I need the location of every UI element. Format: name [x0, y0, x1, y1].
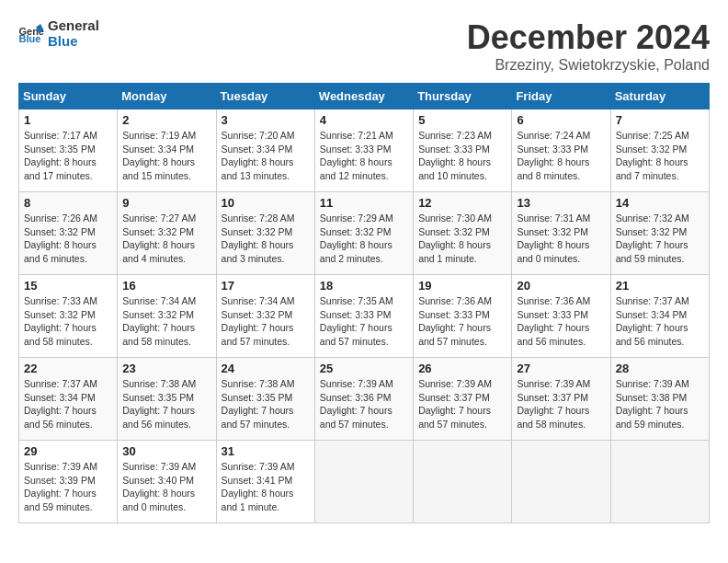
table-row: 21 Sunrise: 7:37 AM Sunset: 3:34 PM Dayl… [610, 275, 709, 358]
col-wednesday: Wednesday [314, 84, 413, 109]
day-number: 8 [24, 196, 112, 210]
sunset-label: Sunset: 3:40 PM [122, 475, 194, 486]
day-number: 22 [24, 362, 112, 375]
sunrise-label: Sunrise: 7:39 AM [222, 461, 295, 472]
day-info: Sunrise: 7:38 AM Sunset: 3:35 PM Dayligh… [122, 377, 210, 431]
day-info: Sunrise: 7:28 AM Sunset: 3:32 PM Dayligh… [222, 212, 310, 266]
day-number: 3 [222, 113, 310, 127]
day-number: 5 [418, 113, 506, 127]
sunrise-label: Sunrise: 7:38 AM [222, 378, 295, 389]
table-row: 6 Sunrise: 7:24 AM Sunset: 3:33 PM Dayli… [512, 109, 610, 192]
sunset-label: Sunset: 3:32 PM [320, 226, 392, 237]
daylight-label: Daylight: 7 hours and 58 minutes. [122, 322, 195, 347]
daylight-label: Daylight: 8 hours and 4 minutes. [122, 239, 195, 264]
day-number: 27 [517, 362, 605, 375]
logo-general-text: General [48, 18, 99, 34]
day-number: 26 [418, 362, 506, 375]
day-number: 29 [24, 444, 112, 458]
daylight-label: Daylight: 7 hours and 59 minutes. [24, 488, 97, 512]
sunset-label: Sunset: 3:33 PM [517, 144, 588, 155]
table-row: 23 Sunrise: 7:38 AM Sunset: 3:35 PM Dayl… [118, 358, 216, 441]
sunrise-label: Sunrise: 7:38 AM [122, 378, 196, 389]
daylight-label: Daylight: 8 hours and 1 minute. [222, 488, 294, 512]
sunset-label: Sunset: 3:33 PM [320, 144, 392, 155]
sunset-label: Sunset: 3:32 PM [616, 144, 688, 155]
sunrise-label: Sunrise: 7:34 AM [122, 295, 196, 306]
sunset-label: Sunset: 3:32 PM [616, 226, 688, 237]
daylight-label: Daylight: 8 hours and 12 minutes. [320, 156, 392, 181]
sunset-label: Sunset: 3:33 PM [320, 309, 392, 320]
day-number: 2 [122, 113, 210, 127]
sunrise-label: Sunrise: 7:39 AM [320, 378, 393, 389]
day-number: 13 [517, 196, 605, 210]
sunset-label: Sunset: 3:41 PM [222, 475, 293, 486]
calendar-header-row: Sunday Monday Tuesday Wednesday Thursday… [19, 84, 710, 109]
sunrise-label: Sunrise: 7:39 AM [517, 378, 590, 389]
daylight-label: Daylight: 8 hours and 8 minutes. [517, 156, 589, 181]
day-info: Sunrise: 7:29 AM Sunset: 3:32 PM Dayligh… [320, 212, 408, 266]
logo-blue-text: Blue [48, 34, 99, 50]
day-number: 21 [616, 279, 704, 293]
table-row: 16 Sunrise: 7:34 AM Sunset: 3:32 PM Dayl… [118, 275, 216, 358]
sunrise-label: Sunrise: 7:39 AM [24, 461, 97, 472]
logo-icon: General Blue [18, 24, 44, 44]
day-info: Sunrise: 7:32 AM Sunset: 3:32 PM Dayligh… [616, 212, 704, 266]
day-info: Sunrise: 7:39 AM Sunset: 3:40 PM Dayligh… [122, 460, 210, 514]
daylight-label: Daylight: 7 hours and 58 minutes. [24, 322, 97, 347]
day-info: Sunrise: 7:25 AM Sunset: 3:32 PM Dayligh… [616, 129, 704, 183]
table-row: 25 Sunrise: 7:39 AM Sunset: 3:36 PM Dayl… [314, 358, 413, 441]
daylight-label: Daylight: 7 hours and 58 minutes. [517, 405, 589, 430]
table-row: 10 Sunrise: 7:28 AM Sunset: 3:32 PM Dayl… [216, 192, 314, 275]
month-title: December 2024 [467, 18, 710, 57]
daylight-label: Daylight: 8 hours and 10 minutes. [418, 156, 491, 181]
sunrise-label: Sunrise: 7:37 AM [24, 378, 97, 389]
sunset-label: Sunset: 3:38 PM [616, 392, 688, 403]
sunset-label: Sunset: 3:35 PM [122, 392, 194, 403]
table-row: 30 Sunrise: 7:39 AM Sunset: 3:40 PM Dayl… [118, 441, 216, 523]
table-row: 20 Sunrise: 7:36 AM Sunset: 3:33 PM Dayl… [512, 275, 610, 358]
daylight-label: Daylight: 8 hours and 6 minutes. [24, 239, 97, 264]
calendar-row: 15 Sunrise: 7:33 AM Sunset: 3:32 PM Dayl… [19, 275, 710, 358]
table-row [512, 441, 610, 523]
sunrise-label: Sunrise: 7:36 AM [517, 295, 590, 306]
day-number: 28 [616, 362, 704, 375]
day-number: 18 [320, 279, 408, 293]
day-info: Sunrise: 7:30 AM Sunset: 3:32 PM Dayligh… [418, 212, 506, 266]
table-row: 5 Sunrise: 7:23 AM Sunset: 3:33 PM Dayli… [414, 109, 512, 192]
day-info: Sunrise: 7:36 AM Sunset: 3:33 PM Dayligh… [418, 294, 506, 349]
daylight-label: Daylight: 8 hours and 2 minutes. [320, 239, 392, 264]
day-number: 1 [24, 113, 112, 127]
day-info: Sunrise: 7:26 AM Sunset: 3:32 PM Dayligh… [24, 212, 112, 266]
table-row [610, 441, 709, 523]
sunrise-label: Sunrise: 7:33 AM [24, 295, 97, 306]
sunrise-label: Sunrise: 7:25 AM [616, 130, 689, 141]
sunset-label: Sunset: 3:34 PM [616, 309, 688, 320]
day-number: 23 [122, 362, 210, 375]
table-row: 27 Sunrise: 7:39 AM Sunset: 3:37 PM Dayl… [512, 358, 610, 441]
sunset-label: Sunset: 3:32 PM [24, 226, 96, 237]
table-row: 9 Sunrise: 7:27 AM Sunset: 3:32 PM Dayli… [118, 192, 216, 275]
daylight-label: Daylight: 7 hours and 57 minutes. [320, 405, 392, 430]
calendar-table: Sunday Monday Tuesday Wednesday Thursday… [18, 83, 710, 523]
day-number: 19 [418, 279, 506, 293]
daylight-label: Daylight: 8 hours and 0 minutes. [517, 239, 589, 264]
table-row: 12 Sunrise: 7:30 AM Sunset: 3:32 PM Dayl… [414, 192, 512, 275]
title-area: December 2024 Brzeziny, Swietokrzyskie, … [467, 18, 710, 74]
table-row: 7 Sunrise: 7:25 AM Sunset: 3:32 PM Dayli… [610, 109, 709, 192]
day-number: 20 [517, 279, 605, 293]
page-header: General Blue General Blue December 2024 … [18, 18, 710, 74]
sunrise-label: Sunrise: 7:20 AM [222, 130, 295, 141]
table-row [414, 441, 512, 523]
daylight-label: Daylight: 7 hours and 57 minutes. [320, 322, 392, 347]
daylight-label: Daylight: 8 hours and 0 minutes. [122, 488, 195, 512]
daylight-label: Daylight: 8 hours and 15 minutes. [122, 156, 195, 181]
table-row: 18 Sunrise: 7:35 AM Sunset: 3:33 PM Dayl… [314, 275, 413, 358]
sunrise-label: Sunrise: 7:29 AM [320, 213, 393, 224]
daylight-label: Daylight: 7 hours and 57 minutes. [418, 405, 491, 430]
table-row: 11 Sunrise: 7:29 AM Sunset: 3:32 PM Dayl… [314, 192, 413, 275]
day-info: Sunrise: 7:33 AM Sunset: 3:32 PM Dayligh… [24, 294, 112, 349]
table-row: 8 Sunrise: 7:26 AM Sunset: 3:32 PM Dayli… [19, 192, 118, 275]
sunset-label: Sunset: 3:32 PM [122, 226, 194, 237]
day-number: 7 [616, 113, 704, 127]
day-info: Sunrise: 7:39 AM Sunset: 3:37 PM Dayligh… [418, 377, 506, 431]
